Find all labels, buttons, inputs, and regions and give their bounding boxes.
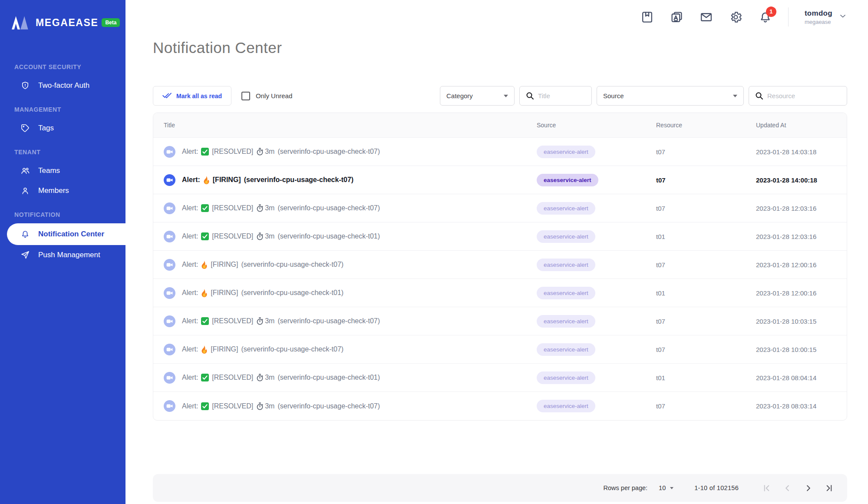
- sidebar: MEGAEASE Beta ACCOUNT SECURITYTwo-factor…: [0, 0, 125, 504]
- previous-page-button[interactable]: [777, 477, 798, 498]
- updated-at-cell: 2023-01-28 14:00:18: [756, 176, 847, 184]
- table-row[interactable]: Alert:[RESOLVED]3m(serverinfo-cpu-usage-…: [153, 222, 847, 251]
- source-chip: easeservice-alert: [537, 400, 595, 412]
- teams-icon: [20, 166, 30, 176]
- source-select[interactable]: Source: [597, 86, 744, 106]
- read-notification-avatar: [164, 372, 175, 384]
- updated-at-cell: 2023-01-28 08:04:14: [756, 374, 847, 381]
- sidebar-item-tags[interactable]: Tags: [0, 118, 125, 138]
- resource-cell: t07: [656, 261, 756, 269]
- title-search-box[interactable]: [519, 86, 592, 106]
- table-row[interactable]: Alert:[RESOLVED]3m(serverinfo-cpu-usage-…: [153, 364, 847, 392]
- docs-icon[interactable]: [640, 10, 654, 24]
- user-name: tomdog: [805, 9, 832, 18]
- updated-at-cell: 2023-01-28 10:00:15: [756, 346, 847, 353]
- category-select[interactable]: Category: [440, 86, 515, 106]
- next-page-button[interactable]: [798, 477, 818, 498]
- resource-search-box[interactable]: [749, 86, 847, 106]
- mark-all-read-label: Mark all as read: [176, 93, 222, 99]
- source-chip: easeservice-alert: [537, 230, 595, 243]
- toolbar: Mark all as read Only Unread Category: [153, 86, 847, 106]
- stopwatch-icon: [256, 148, 264, 156]
- resource-cell: t07: [656, 402, 756, 410]
- stopwatch-icon: [256, 317, 264, 325]
- app-root: MEGAEASE Beta ACCOUNT SECURITYTwo-factor…: [0, 0, 868, 504]
- only-unread-checkbox[interactable]: [241, 92, 250, 100]
- stopwatch-icon: [256, 402, 264, 410]
- table-row[interactable]: Alert:[FIRING](serverinfo-cpu-usage-chec…: [153, 166, 847, 194]
- read-notification-avatar: [164, 146, 175, 158]
- nav-section-label: ACCOUNT SECURITY: [0, 63, 125, 72]
- resource-cell: t07: [656, 346, 756, 353]
- read-notification-avatar: [164, 315, 175, 327]
- last-page-button[interactable]: [818, 477, 839, 498]
- nav-section-label: MANAGEMENT: [0, 106, 125, 115]
- language-icon[interactable]: [670, 10, 683, 24]
- only-unread-toggle[interactable]: Only Unread: [241, 92, 292, 100]
- source-chip: easeservice-alert: [537, 259, 595, 271]
- firing-flame-icon: [201, 261, 208, 269]
- table-row[interactable]: Alert:[RESOLVED]3m(serverinfo-cpu-usage-…: [153, 307, 847, 335]
- sidebar-item-label: Notification Center: [38, 230, 104, 239]
- table-row[interactable]: Alert:[RESOLVED]3m(serverinfo-cpu-usage-…: [153, 194, 847, 222]
- search-icon: [755, 92, 763, 100]
- filter-bar: Category Source: [440, 86, 847, 106]
- table-row[interactable]: Alert:[RESOLVED]3m(serverinfo-cpu-usage-…: [153, 392, 847, 420]
- sidebar-item-notification-center[interactable]: Notification Center: [7, 223, 125, 245]
- first-page-button[interactable]: [756, 477, 777, 498]
- sidebar-item-push-management[interactable]: Push Management: [0, 245, 125, 265]
- settings-icon[interactable]: [729, 10, 743, 24]
- sidebar-item-members[interactable]: Members: [0, 181, 125, 201]
- resolved-check-icon: [201, 232, 209, 240]
- resource-search-input[interactable]: [767, 92, 841, 99]
- brand[interactable]: MEGAEASE Beta: [0, 0, 125, 32]
- table-row[interactable]: Alert:[FIRING](serverinfo-cpu-usage-chec…: [153, 251, 847, 279]
- title-search-input[interactable]: [538, 92, 585, 99]
- read-notification-avatar: [164, 259, 175, 271]
- resource-cell: t07: [656, 148, 756, 156]
- updated-at-cell: 2023-01-28 14:03:18: [756, 148, 847, 156]
- resolved-check-icon: [201, 317, 209, 325]
- sidebar-item-label: Members: [38, 186, 69, 195]
- divider: [788, 7, 789, 27]
- topbar: 1 tomdog megaease: [153, 0, 847, 31]
- stopwatch-icon: [256, 374, 264, 381]
- mail-icon[interactable]: [700, 10, 713, 24]
- source-chip: easeservice-alert: [537, 202, 595, 215]
- updated-at-cell: 2023-01-28 12:00:16: [756, 289, 847, 297]
- pagination-range: 1-10 of 102156: [694, 484, 739, 491]
- notification-title: Alert:[FIRING](serverinfo-cpu-usage-chec…: [182, 261, 343, 269]
- source-chip: easeservice-alert: [537, 287, 595, 299]
- source-chip: easeservice-alert: [537, 174, 598, 186]
- shield-icon: [20, 81, 30, 90]
- notification-title: Alert:[FIRING](serverinfo-cpu-usage-chec…: [182, 176, 353, 184]
- updated-at-cell: 2023-01-28 08:03:14: [756, 402, 847, 410]
- unread-notification-avatar: [164, 174, 175, 186]
- sidebar-item-teams[interactable]: Teams: [0, 161, 125, 181]
- sidebar-item-two-factor-auth[interactable]: Two-factor Auth: [0, 76, 125, 96]
- stopwatch-icon: [256, 232, 264, 240]
- user-menu[interactable]: tomdog megaease: [805, 9, 847, 25]
- notifications-icon[interactable]: 1: [759, 10, 772, 24]
- rows-per-page-select[interactable]: 10: [659, 484, 673, 491]
- column-updated-at: Updated At: [756, 122, 847, 129]
- pagination: Rows per page: 10 1-10 of 102156: [153, 474, 847, 502]
- table-body: Alert:[RESOLVED]3m(serverinfo-cpu-usage-…: [153, 138, 847, 420]
- read-notification-avatar: [164, 400, 175, 412]
- table-row[interactable]: Alert:[RESOLVED]3m(serverinfo-cpu-usage-…: [153, 138, 847, 166]
- notification-title: Alert:[RESOLVED]3m(serverinfo-cpu-usage-…: [182, 148, 380, 156]
- resource-cell: t01: [656, 233, 756, 240]
- done-all-icon: [162, 92, 172, 100]
- firing-flame-icon: [201, 345, 208, 354]
- notifications-table: Title Source Resource Updated At Alert:[…: [153, 113, 847, 421]
- sidebar-item-label: Two-factor Auth: [38, 81, 89, 90]
- table-row[interactable]: Alert:[FIRING](serverinfo-cpu-usage-chec…: [153, 279, 847, 307]
- updated-at-cell: 2023-01-28 12:03:16: [756, 205, 847, 212]
- nav-section-label: TENANT: [0, 149, 125, 157]
- resource-cell: t01: [656, 374, 756, 381]
- table-row[interactable]: Alert:[FIRING](serverinfo-cpu-usage-chec…: [153, 335, 847, 364]
- stopwatch-icon: [256, 204, 264, 212]
- member-icon: [20, 186, 30, 196]
- mark-all-read-button[interactable]: Mark all as read: [153, 86, 231, 106]
- resolved-check-icon: [201, 374, 209, 381]
